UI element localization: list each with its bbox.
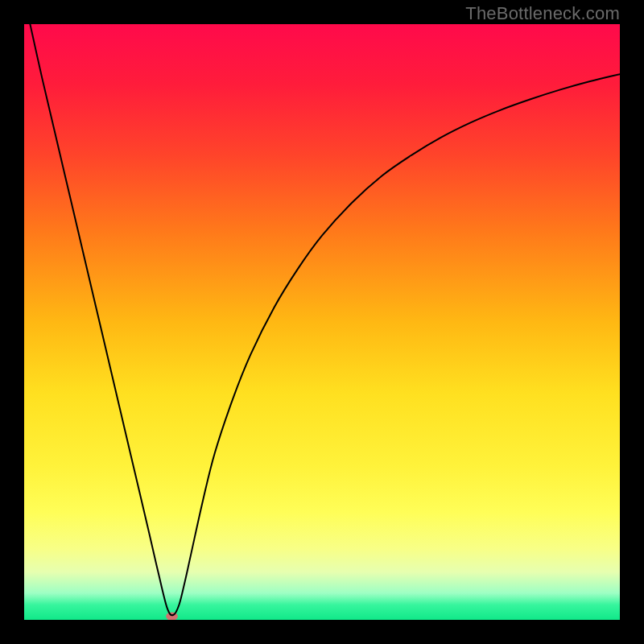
chart-background	[24, 24, 620, 620]
chart-frame: TheBottleneck.com	[0, 0, 644, 644]
chart-svg	[24, 24, 620, 620]
plot-area	[24, 24, 620, 620]
watermark-text: TheBottleneck.com	[465, 3, 620, 24]
